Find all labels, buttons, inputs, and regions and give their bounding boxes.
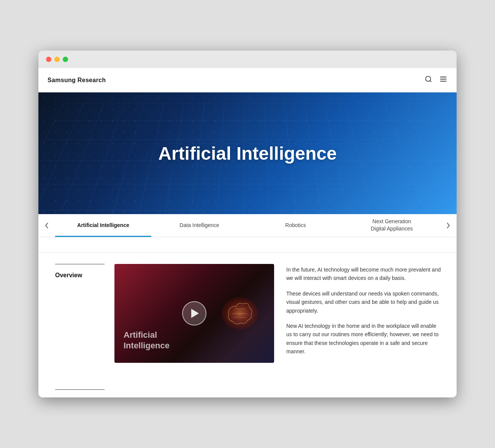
hero-banner: Artificial Intelligence bbox=[38, 92, 457, 214]
tab-next-gen-appliances[interactable]: Next GenerationDigital Appliances bbox=[344, 214, 440, 237]
tab-artificial-intelligence[interactable]: Artificial Intelligence bbox=[55, 214, 151, 237]
play-button[interactable] bbox=[182, 301, 206, 326]
browser-window: Samsung Research bbox=[38, 51, 457, 397]
video-overlay-text: ArtificialIntelligence bbox=[124, 330, 170, 351]
content-main: Overview bbox=[38, 253, 457, 389]
tab-robotics[interactable]: Robotics bbox=[248, 214, 344, 237]
content-sidebar: Overview bbox=[38, 253, 114, 374]
overview-label: Overview bbox=[55, 272, 82, 278]
svg-point-0 bbox=[426, 76, 431, 81]
paragraph-1: In the future, AI technology will become… bbox=[286, 265, 441, 283]
tab-items: Artificial Intelligence Data Intelligenc… bbox=[55, 214, 440, 237]
tab-data-intelligence[interactable]: Data Intelligence bbox=[151, 214, 248, 237]
maximize-button[interactable] bbox=[63, 57, 68, 62]
nav-icons bbox=[425, 75, 447, 85]
play-triangle-icon bbox=[191, 309, 199, 318]
close-button[interactable] bbox=[46, 57, 51, 62]
paragraph-2: These devices will understand our needs … bbox=[286, 289, 441, 315]
hero-title: Artificial Intelligence bbox=[158, 143, 336, 164]
paragraph-3: New AI technology in the home and in the… bbox=[286, 322, 441, 356]
text-content: In the future, AI technology will become… bbox=[286, 264, 441, 363]
minimize-button[interactable] bbox=[54, 57, 60, 62]
svg-point-5 bbox=[222, 297, 258, 329]
tab-prev-arrow[interactable] bbox=[38, 214, 55, 237]
sidebar-bottom-line bbox=[55, 389, 105, 390]
video-container[interactable]: ArtificialIntelligence bbox=[114, 264, 274, 363]
sidebar-underline bbox=[55, 264, 105, 264]
browser-content: Samsung Research bbox=[38, 68, 457, 397]
content-body: ArtificialIntelligence In the future, AI… bbox=[114, 253, 457, 374]
content-area: Overview bbox=[38, 237, 457, 397]
brand-logo: Samsung Research bbox=[48, 77, 106, 84]
content-top-line bbox=[38, 237, 457, 253]
tab-nav: Artificial Intelligence Data Intelligenc… bbox=[38, 214, 457, 237]
brain-image bbox=[217, 291, 263, 336]
menu-icon[interactable] bbox=[439, 75, 447, 85]
browser-chrome bbox=[38, 51, 457, 68]
top-nav: Samsung Research bbox=[38, 68, 457, 92]
search-icon[interactable] bbox=[425, 75, 432, 85]
tab-next-arrow[interactable] bbox=[440, 214, 457, 237]
svg-line-1 bbox=[430, 81, 432, 82]
